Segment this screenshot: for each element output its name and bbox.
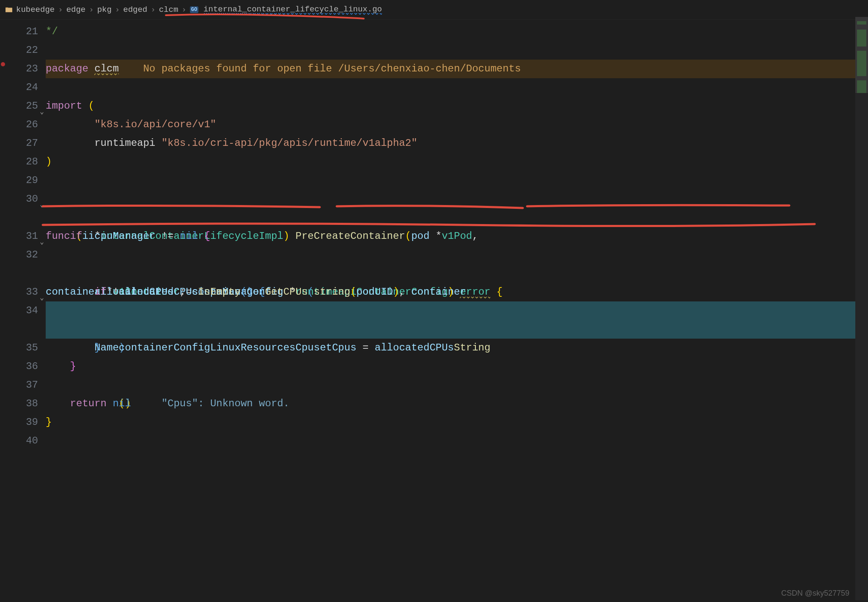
code-line[interactable] (46, 171, 868, 190)
line-number[interactable]: 35 (0, 339, 38, 357)
code-line[interactable]: ) (46, 153, 868, 171)
code-line[interactable]: } (46, 357, 868, 376)
line-number[interactable]: 26 (0, 115, 38, 134)
chevron-right-icon: › (151, 5, 155, 14)
line-number[interactable]: 28 (0, 153, 38, 171)
minimap[interactable] (855, 17, 868, 600)
line-number[interactable]: 21 (0, 22, 38, 41)
line-number[interactable]: 22 (0, 41, 38, 60)
line-number[interactable]: 37 (0, 376, 38, 394)
code-line[interactable]: return nil (46, 394, 868, 413)
breadcrumb-item[interactable]: pkg (97, 5, 112, 14)
go-file-icon: GO (190, 6, 198, 13)
line-number[interactable]: 32 (0, 246, 38, 283)
code-line[interactable]: */ (46, 22, 868, 41)
breadcrumb-item[interactable]: edge (66, 5, 86, 14)
folder-icon (5, 6, 13, 14)
line-number[interactable]: 25⌄ (0, 97, 38, 115)
code-line[interactable] (46, 41, 868, 60)
line-number[interactable]: 40 (0, 432, 38, 450)
line-number[interactable]: 39 (0, 413, 38, 432)
code-line[interactable] (46, 432, 868, 450)
breadcrumb-file[interactable]: internal_container_lifecycle_linux.go (203, 5, 382, 15)
code-line[interactable]: import ( (46, 97, 868, 115)
minimap-block (857, 21, 866, 25)
line-number[interactable]: 23 (0, 60, 38, 78)
code-line[interactable] (46, 78, 868, 97)
fold-chevron-icon[interactable]: ⌄ (40, 289, 44, 307)
line-number[interactable]: 34 (0, 301, 38, 339)
chevron-right-icon: › (181, 5, 186, 14)
code-line[interactable]: if icpuManager != nil { (46, 227, 868, 246)
minimap-block (857, 51, 866, 76)
chevron-right-icon: › (115, 5, 120, 14)
code-line[interactable]: runtimeapi "k8s.io/cri-api/pkg/apis/runt… (46, 134, 868, 153)
line-number[interactable]: 38 (0, 394, 38, 413)
breadcrumb-bar: kubeedge › edge › pkg › edged › clcm › G… (0, 0, 868, 20)
fold-chevron-icon[interactable]: ⌄ (40, 233, 44, 252)
line-number[interactable]: 24 (0, 78, 38, 97)
inline-diagnostic: No packages found for open file /Users/c… (119, 63, 521, 74)
code-area[interactable]: */ package clcm No packages found for op… (46, 20, 868, 450)
line-number[interactable]: 31⌄ (0, 227, 38, 246)
watermark: CSDN @sky527759 (781, 589, 849, 598)
breadcrumb-item[interactable]: clcm (159, 5, 179, 14)
code-line[interactable]: } (46, 413, 868, 432)
code-line[interactable] (46, 376, 868, 394)
code-editor[interactable]: 21 22 23 24 25⌄ 26 27 28 29 30⌄ 31⌄ 32 3… (0, 20, 868, 450)
line-number[interactable]: 29 (0, 171, 38, 190)
code-line[interactable]: allocatedCPUs := icpuManagerGetCPUs(stri… (46, 246, 868, 283)
line-number[interactable]: 36 (0, 357, 38, 376)
minimap-block (857, 30, 866, 47)
line-number[interactable]: 30⌄ (0, 190, 38, 227)
line-number[interactable]: 33⌄ (0, 283, 38, 301)
line-number[interactable]: 27 (0, 134, 38, 153)
fold-chevron-icon[interactable]: ⌄ (40, 196, 44, 214)
code-line[interactable]: func (i *internalContainerLifecycleImpl)… (46, 190, 868, 227)
code-line[interactable]: "k8s.io/api/core/v1" (46, 115, 868, 134)
breadcrumb-item[interactable]: kubeedge (16, 5, 55, 14)
breadcrumb-item[interactable]: edged (123, 5, 147, 14)
line-number-gutter: 21 22 23 24 25⌄ 26 27 28 29 30⌄ 31⌄ 32 3… (0, 20, 46, 450)
chevron-right-icon: › (58, 5, 63, 14)
code-line[interactable]: if !allocatedCPUsIsEmpty() { (46, 283, 868, 301)
chevron-right-icon: › (89, 5, 93, 14)
minimap-block (857, 80, 866, 93)
code-line-highlighted[interactable]: containerConfigLinuxResourcesCpusetCpus … (46, 301, 868, 339)
code-line[interactable]: } (46, 339, 868, 357)
fold-chevron-icon[interactable]: ⌄ (40, 103, 44, 121)
code-line[interactable]: package clcm No packages found for open … (46, 60, 868, 78)
